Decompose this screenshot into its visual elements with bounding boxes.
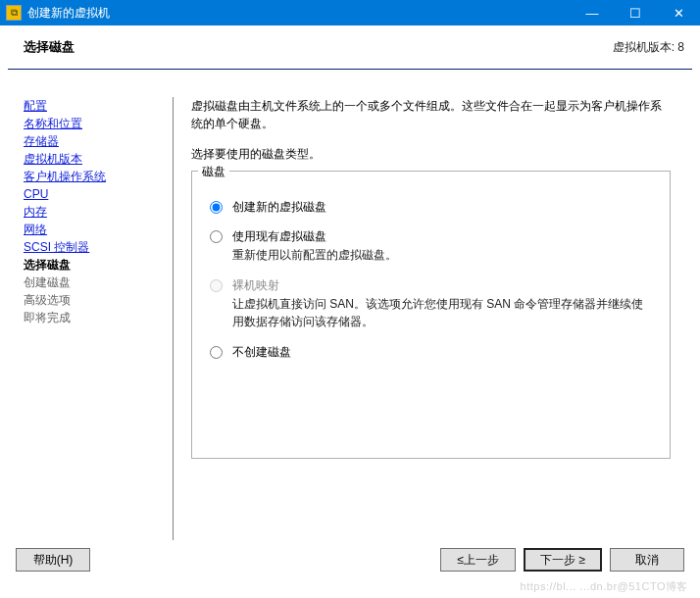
next-button[interactable]: 下一步 ≥ [524, 548, 602, 572]
window-title: 创建新的虚拟机 [27, 5, 571, 22]
wizard-sidebar: 配置 名称和位置 存储器 虚拟机版本 客户机操作系统 CPU 内存 网络 SCS… [10, 97, 173, 540]
sidebar-item-memory[interactable]: 内存 [24, 203, 173, 221]
option-raw-mapping: 裸机映射 让虚拟机直接访问 SAN。该选项允许您使用现有 SAN 命令管理存储器… [210, 277, 652, 330]
radio-create-new[interactable] [210, 201, 223, 214]
radio-use-existing[interactable] [210, 230, 223, 243]
option-use-existing-disk[interactable]: 使用现有虚拟磁盘 重新使用以前配置的虚拟磁盘。 [210, 228, 652, 264]
radio-no-disk[interactable] [210, 346, 223, 359]
content-area: 配置 名称和位置 存储器 虚拟机版本 客户机操作系统 CPU 内存 网络 SCS… [0, 97, 700, 540]
sidebar-item-vm-version[interactable]: 虚拟机版本 [24, 150, 173, 168]
maximize-button[interactable]: ☐ [614, 0, 657, 25]
option-create-new-disk[interactable]: 创建新的虚拟磁盘 [210, 199, 652, 215]
disk-groupbox: 磁盘 创建新的虚拟磁盘 使用现有虚拟磁盘 重新使用以前配置的虚拟磁盘。 裸机映射 [191, 171, 671, 459]
sidebar-item-ready: 即将完成 [24, 309, 173, 326]
titlebar: ⧉ 创建新的虚拟机 — ☐ ✕ [0, 0, 700, 25]
help-button[interactable]: 帮助(H) [16, 548, 90, 572]
sidebar-item-cpu[interactable]: CPU [24, 185, 173, 203]
vm-icon: ⧉ [6, 5, 22, 21]
option-no-disk[interactable]: 不创建磁盘 [210, 344, 652, 360]
window-controls: — ☐ ✕ [571, 0, 700, 25]
footer: 帮助(H) ≤上一步 下一步 ≥ 取消 [0, 540, 700, 595]
sidebar-item-scsi[interactable]: SCSI 控制器 [24, 238, 173, 256]
page-title: 选择磁盘 [24, 38, 75, 56]
disk-subtext: 选择要使用的磁盘类型。 [191, 146, 671, 163]
label-no-disk: 不创建磁盘 [232, 344, 652, 360]
disk-description: 虚拟磁盘由主机文件系统上的一个或多个文件组成。这些文件合在一起显示为客户机操作系… [191, 97, 671, 132]
radio-raw-mapping [210, 279, 223, 292]
label-use-existing: 使用现有虚拟磁盘 [232, 228, 652, 244]
sidebar-item-name-location[interactable]: 名称和位置 [24, 115, 173, 132]
desc-raw-mapping: 让虚拟机直接访问 SAN。该选项允许您使用现有 SAN 命令管理存储器并继续使用… [232, 295, 652, 330]
sidebar-item-config[interactable]: 配置 [24, 97, 173, 115]
label-raw-mapping: 裸机映射 [232, 277, 652, 293]
cancel-button[interactable]: 取消 [610, 548, 684, 572]
label-create-new: 创建新的虚拟磁盘 [232, 199, 652, 215]
back-button[interactable]: ≤上一步 [440, 548, 516, 572]
sidebar-item-network[interactable]: 网络 [24, 221, 173, 238]
sidebar-item-storage[interactable]: 存储器 [24, 132, 173, 150]
sidebar-item-advanced: 高级选项 [24, 291, 173, 309]
main-panel: 虚拟磁盘由主机文件系统上的一个或多个文件组成。这些文件合在一起显示为客户机操作系… [174, 97, 690, 540]
header-divider [8, 69, 692, 70]
sidebar-item-select-disk: 选择磁盘 [24, 256, 173, 274]
minimize-button[interactable]: — [571, 0, 614, 25]
sidebar-item-create-disk: 创建磁盘 [24, 274, 173, 291]
sidebar-item-guest-os[interactable]: 客户机操作系统 [24, 168, 173, 185]
groupbox-label: 磁盘 [198, 164, 229, 180]
desc-use-existing: 重新使用以前配置的虚拟磁盘。 [232, 246, 652, 264]
vm-version-label: 虚拟机版本: 8 [613, 39, 684, 56]
page-header: 选择磁盘 虚拟机版本: 8 [0, 25, 700, 69]
close-button[interactable]: ✕ [657, 0, 700, 25]
